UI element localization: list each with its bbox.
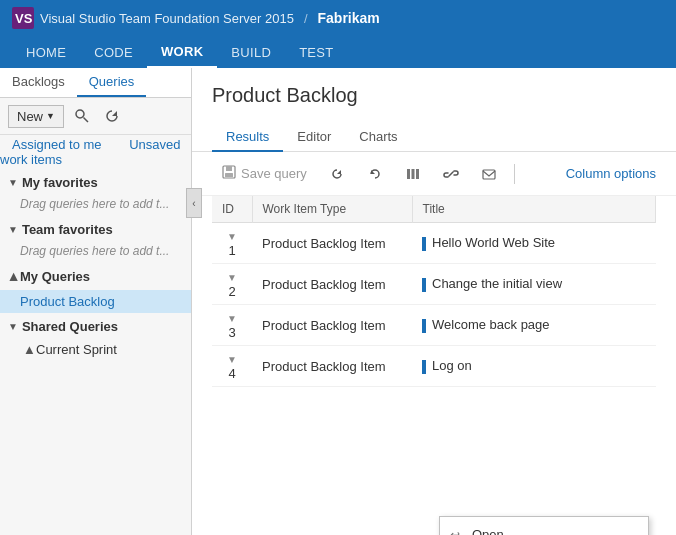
refresh-icon[interactable] <box>100 104 124 128</box>
save-icon <box>221 164 237 183</box>
collapse-icon: ‹ <box>192 198 195 209</box>
nav-build[interactable]: BUILD <box>217 36 285 68</box>
svg-rect-7 <box>407 169 410 179</box>
svg-rect-8 <box>411 169 414 179</box>
table-header-row: ID Work Item Type Title <box>212 196 656 223</box>
my-queries-label: My Queries <box>20 269 90 284</box>
svg-rect-5 <box>226 166 232 171</box>
content-area: Product Backlog Results Editor Charts Sa… <box>192 68 676 535</box>
current-sprint-label: Current Sprint <box>36 342 117 357</box>
section-my-queries: ▶ My Queries <box>0 263 191 290</box>
team-favorites-arrow: ▼ <box>8 224 18 235</box>
team-favorites-hint: Drag queries here to add t... <box>0 241 191 261</box>
shared-queries-label: Shared Queries <box>22 319 118 334</box>
results-table: ID Work Item Type Title ▼ 1 Product Back… <box>212 196 656 387</box>
row3-type: Product Backlog Item <box>252 305 412 346</box>
main-layout: Backlogs Queries New ▼ Assigned to me Un… <box>0 68 676 535</box>
row3-title: Welcome back page <box>412 305 656 346</box>
team-favorites-header[interactable]: ▼ Team favorites <box>0 218 191 241</box>
row1-arrow: ▼ <box>227 231 237 242</box>
shared-queries-header[interactable]: ▼ Shared Queries <box>0 315 191 338</box>
row2-type: Product Backlog Item <box>252 264 412 305</box>
title-bar-icon <box>422 278 426 292</box>
new-button[interactable]: New ▼ <box>8 105 64 128</box>
col-title: Title <box>412 196 656 223</box>
my-favorites-arrow: ▼ <box>8 177 18 188</box>
breadcrumb-sep: / <box>304 11 308 26</box>
row1-title: Hello World Web Site <box>412 223 656 264</box>
row3-arrow: ▼ <box>227 313 237 324</box>
email-btn[interactable] <box>472 162 506 186</box>
top-bar: VS Visual Studio Team Foundation Server … <box>0 0 676 36</box>
sidebar-collapse-button[interactable]: ‹ <box>186 188 202 218</box>
nav-code[interactable]: CODE <box>80 36 147 68</box>
table-row[interactable]: ▼ 2 Product Backlog Item Change the init… <box>212 264 656 305</box>
sidebar-tabs: Backlogs Queries <box>0 68 191 98</box>
content-tabs: Results Editor Charts <box>192 123 676 152</box>
row1-id: ▼ 1 <box>212 223 252 264</box>
section-team-favorites: ▼ Team favorites Drag queries here to ad… <box>0 216 191 263</box>
col-id: ID <box>212 196 252 223</box>
current-sprint-header[interactable]: ▶ Current Sprint <box>0 338 191 361</box>
ctx-open[interactable]: ↩ Open <box>440 521 648 535</box>
svg-rect-6 <box>225 173 233 177</box>
table-row[interactable]: ▼ 1 Product Backlog Item Hello World Web… <box>212 223 656 264</box>
shared-queries-arrow: ▼ <box>8 321 18 332</box>
page-title: Product Backlog <box>212 84 656 107</box>
save-query-icon-btn[interactable]: Save query <box>212 160 316 187</box>
row4-title: Log on <box>412 346 656 387</box>
refresh-query-btn[interactable] <box>320 162 354 186</box>
tab-queries[interactable]: Queries <box>77 68 147 97</box>
nav-home[interactable]: HOME <box>12 36 80 68</box>
section-my-favorites: ▼ My favorites Drag queries here to add … <box>0 169 191 216</box>
table-context-wrapper: ID Work Item Type Title ▼ 1 Product Back… <box>192 196 676 535</box>
column-query-btn[interactable] <box>396 162 430 186</box>
my-favorites-label: My favorites <box>22 175 98 190</box>
new-label: New <box>17 109 43 124</box>
column-options-button[interactable]: Column options <box>566 166 656 181</box>
title-bar-icon <box>422 319 426 333</box>
my-favorites-header[interactable]: ▼ My favorites <box>0 171 191 194</box>
run-query-icon[interactable] <box>70 104 94 128</box>
nav-work[interactable]: WORK <box>147 36 217 68</box>
tab-results[interactable]: Results <box>212 123 283 152</box>
svg-point-2 <box>76 110 84 118</box>
tab-charts[interactable]: Charts <box>345 123 411 152</box>
row1-type: Product Backlog Item <box>252 223 412 264</box>
team-favorites-label: Team favorites <box>22 222 113 237</box>
table-row[interactable]: ▼ 4 Product Backlog Item Log on <box>212 346 656 387</box>
undo-btn[interactable] <box>358 162 392 186</box>
svg-line-3 <box>83 118 88 123</box>
col-type: Work Item Type <box>252 196 412 223</box>
content-header: Product Backlog <box>192 68 676 123</box>
row4-arrow: ▼ <box>227 354 237 365</box>
open-icon: ↩ <box>450 528 460 536</box>
sidebar-toolbar: New ▼ <box>0 98 191 135</box>
row2-title: Change the initial view <box>412 264 656 305</box>
sidebar: Backlogs Queries New ▼ Assigned to me Un… <box>0 68 192 535</box>
current-sprint-arrow: ▶ <box>23 346 34 354</box>
my-favorites-hint: Drag queries here to add t... <box>0 194 191 214</box>
my-queries-header[interactable]: ▶ My Queries <box>0 265 191 288</box>
nav-test[interactable]: TEST <box>285 36 347 68</box>
tab-editor[interactable]: Editor <box>283 123 345 152</box>
project-name: Fabrikam <box>318 10 380 26</box>
dropdown-arrow-icon: ▼ <box>46 111 55 121</box>
table-row[interactable]: ▼ 3 Product Backlog Item Welcome back pa… <box>212 305 656 346</box>
svg-rect-9 <box>416 169 419 179</box>
save-query-label: Save query <box>241 166 307 181</box>
context-menu: ↩ Open Open in new window ✏ Edit selecte… <box>439 516 649 535</box>
row3-id: ▼ 3 <box>212 305 252 346</box>
results-table-wrap: ID Work Item Type Title ▼ 1 Product Back… <box>192 196 676 387</box>
title-bar-icon <box>422 360 426 374</box>
row4-type: Product Backlog Item <box>252 346 412 387</box>
query-toolbar: Save query Column options <box>192 152 676 196</box>
link-btn[interactable] <box>434 162 468 186</box>
tab-backlogs[interactable]: Backlogs <box>0 68 77 97</box>
row4-id: ▼ 4 <box>212 346 252 387</box>
vs-icon: VS <box>12 7 34 29</box>
section-shared-queries: ▼ Shared Queries ▶ Current Sprint <box>0 313 191 363</box>
sidebar-item-product-backlog[interactable]: Product Backlog <box>0 290 191 313</box>
toolbar-separator <box>514 164 515 184</box>
svg-rect-10 <box>483 170 495 179</box>
